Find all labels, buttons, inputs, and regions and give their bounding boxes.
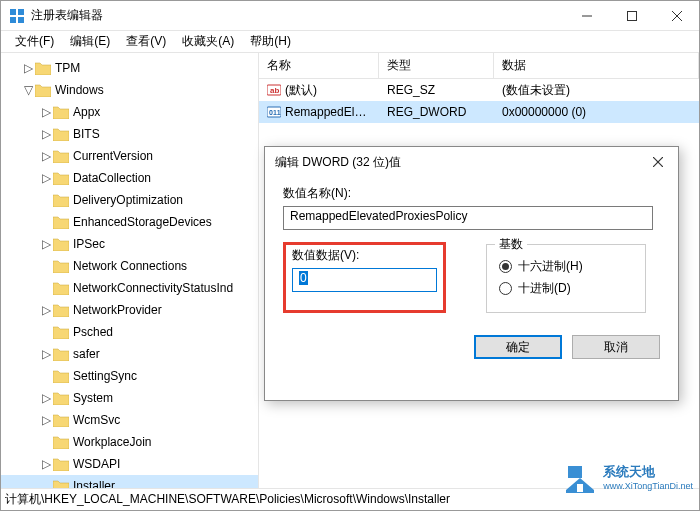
tree-expander-icon[interactable]: ▷ (39, 127, 53, 141)
menu-help[interactable]: 帮助(H) (242, 31, 299, 52)
menu-view[interactable]: 查看(V) (118, 31, 174, 52)
folder-icon (53, 260, 69, 273)
dword-value-icon: 011 (267, 105, 281, 119)
menu-favorites[interactable]: 收藏夹(A) (174, 31, 242, 52)
col-data-header[interactable]: 数据 (494, 53, 699, 78)
tree-item-label: WSDAPI (73, 457, 120, 471)
maximize-button[interactable] (609, 1, 654, 30)
svg-text:ab: ab (270, 86, 279, 95)
tree-item-label: Network Connections (73, 259, 187, 273)
tree-expander-icon[interactable]: ▷ (39, 171, 53, 185)
tree-item-psched[interactable]: Psched (1, 321, 258, 343)
tree-item-windows[interactable]: ▽Windows (1, 79, 258, 101)
list-row[interactable]: ab(默认)REG_SZ(数值未设置) (259, 79, 699, 101)
tree-item-label: WcmSvc (73, 413, 120, 427)
folder-icon (53, 348, 69, 361)
list-row-name: RemappedEle... (285, 105, 371, 119)
svg-rect-0 (10, 9, 16, 15)
list-row-type: REG_SZ (379, 81, 494, 99)
dialog-title-bar: 编辑 DWORD (32 位)值 (265, 147, 678, 177)
tree-item-tpm[interactable]: ▷TPM (1, 57, 258, 79)
tree-item-enhancedstoragedevices[interactable]: EnhancedStorageDevices (1, 211, 258, 233)
close-button[interactable] (654, 1, 699, 30)
svg-rect-2 (10, 17, 16, 23)
list-body[interactable]: ab(默认)REG_SZ(数值未设置)011RemappedEle...REG_… (259, 79, 699, 123)
list-row-name: (默认) (285, 83, 317, 97)
tree-expander-icon[interactable]: ▷ (39, 303, 53, 317)
svg-rect-1 (18, 9, 24, 15)
folder-icon (53, 480, 69, 489)
folder-icon (53, 172, 69, 185)
folder-icon (53, 436, 69, 449)
svg-rect-5 (627, 11, 636, 20)
tree-expander-icon[interactable]: ▷ (39, 105, 53, 119)
tree-item-label: Psched (73, 325, 113, 339)
tree-expander-icon[interactable]: ▽ (21, 83, 35, 97)
tree-expander-icon[interactable]: ▷ (39, 149, 53, 163)
menu-edit[interactable]: 编辑(E) (62, 31, 118, 52)
value-name-input[interactable]: RemappedElevatedProxiesPolicy (283, 206, 653, 230)
tree-item-installer[interactable]: Installer (1, 475, 258, 488)
registry-tree-pane[interactable]: ▷TPM▽Windows▷Appx▷BITS▷CurrentVersion▷Da… (1, 53, 259, 488)
tree-item-settingsync[interactable]: SettingSync (1, 365, 258, 387)
tree-item-label: safer (73, 347, 100, 361)
tree-item-currentversion[interactable]: ▷CurrentVersion (1, 145, 258, 167)
svg-rect-3 (18, 17, 24, 23)
registry-tree[interactable]: ▷TPM▽Windows▷Appx▷BITS▷CurrentVersion▷Da… (1, 57, 258, 488)
tree-item-label: SettingSync (73, 369, 137, 383)
minimize-button[interactable] (564, 1, 609, 30)
tree-item-datacollection[interactable]: ▷DataCollection (1, 167, 258, 189)
ok-button[interactable]: 确定 (474, 335, 562, 359)
tree-expander-icon[interactable]: ▷ (39, 237, 53, 251)
list-row-type: REG_DWORD (379, 103, 494, 121)
tree-item-wsdapi[interactable]: ▷WSDAPI (1, 453, 258, 475)
folder-icon (35, 62, 51, 75)
menu-file[interactable]: 文件(F) (7, 31, 62, 52)
tree-item-system[interactable]: ▷System (1, 387, 258, 409)
tree-item-label: Installer (73, 479, 115, 488)
tree-item-wcmsvc[interactable]: ▷WcmSvc (1, 409, 258, 431)
cancel-button[interactable]: 取消 (572, 335, 660, 359)
dialog-close-button[interactable] (638, 147, 678, 177)
col-type-header[interactable]: 类型 (379, 53, 494, 78)
tree-expander-icon[interactable]: ▷ (39, 391, 53, 405)
string-value-icon: ab (267, 83, 281, 97)
tree-item-label: IPSec (73, 237, 105, 251)
status-bar: 计算机\HKEY_LOCAL_MACHINE\SOFTWARE\Policies… (1, 488, 699, 510)
radio-dec[interactable]: 十进制(D) (499, 280, 633, 297)
tree-item-appx[interactable]: ▷Appx (1, 101, 258, 123)
tree-item-ipsec[interactable]: ▷IPSec (1, 233, 258, 255)
list-row[interactable]: 011RemappedEle...REG_DWORD0x00000000 (0) (259, 101, 699, 123)
tree-item-label: WorkplaceJoin (73, 435, 151, 449)
tree-item-workplacejoin[interactable]: WorkplaceJoin (1, 431, 258, 453)
tree-expander-icon[interactable]: ▷ (39, 457, 53, 471)
folder-icon (53, 458, 69, 471)
folder-icon (35, 84, 51, 97)
tree-item-label: BITS (73, 127, 100, 141)
folder-icon (53, 238, 69, 251)
tree-item-label: TPM (55, 61, 80, 75)
tree-item-networkprovider[interactable]: ▷NetworkProvider (1, 299, 258, 321)
regedit-app-icon (9, 8, 25, 24)
status-path: 计算机\HKEY_LOCAL_MACHINE\SOFTWARE\Policies… (5, 491, 450, 508)
col-name-header[interactable]: 名称 (259, 53, 379, 78)
tree-item-network-connections[interactable]: Network Connections (1, 255, 258, 277)
tree-item-deliveryoptimization[interactable]: DeliveryOptimization (1, 189, 258, 211)
tree-item-label: DeliveryOptimization (73, 193, 183, 207)
tree-item-networkconnectivitystatusind[interactable]: NetworkConnectivityStatusInd (1, 277, 258, 299)
tree-item-label: EnhancedStorageDevices (73, 215, 212, 229)
tree-item-safer[interactable]: ▷safer (1, 343, 258, 365)
tree-item-label: DataCollection (73, 171, 151, 185)
window-title: 注册表编辑器 (31, 7, 564, 24)
radio-hex[interactable]: 十六进制(H) (499, 258, 633, 275)
tree-expander-icon[interactable]: ▷ (39, 347, 53, 361)
value-data-input[interactable]: 0 (292, 268, 437, 292)
tree-item-label: Windows (55, 83, 104, 97)
tree-item-bits[interactable]: ▷BITS (1, 123, 258, 145)
base-legend: 基数 (495, 236, 527, 253)
tree-expander-icon[interactable]: ▷ (21, 61, 35, 75)
folder-icon (53, 370, 69, 383)
svg-text:011: 011 (269, 109, 281, 116)
tree-expander-icon[interactable]: ▷ (39, 413, 53, 427)
menu-bar: 文件(F) 编辑(E) 查看(V) 收藏夹(A) 帮助(H) (1, 31, 699, 53)
